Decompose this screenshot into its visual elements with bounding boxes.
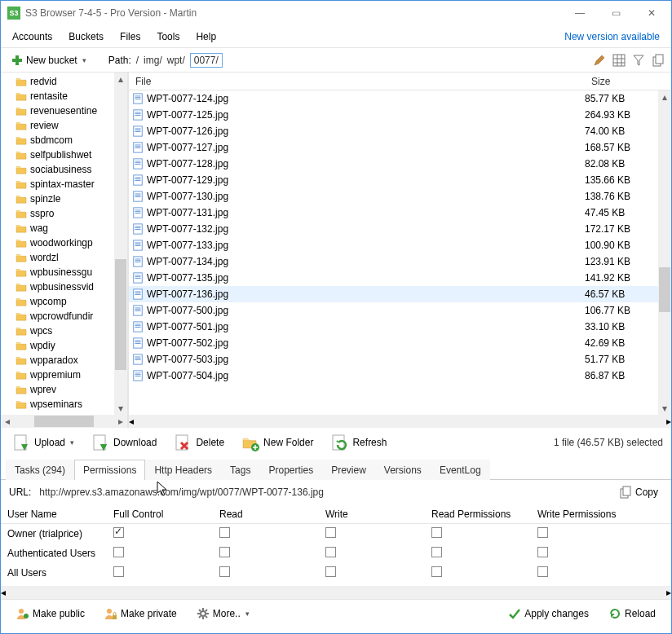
sidebar-item[interactable]: wppremium	[1, 368, 114, 382]
refresh-button[interactable]: Refresh	[322, 430, 394, 455]
col-header-write[interactable]: Write	[319, 509, 425, 520]
path-segment[interactable]: /	[136, 55, 139, 66]
sidebar-vscrollbar[interactable]: ▴ ▾	[114, 73, 127, 415]
file-row[interactable]: WPT-0077-136.jpg46.57 KB	[129, 286, 658, 302]
sidebar-item[interactable]: wpparadox	[1, 353, 114, 368]
col-header-read-permissions[interactable]: Read Permissions	[425, 509, 531, 520]
scroll-right-icon[interactable]: ▸	[666, 416, 671, 427]
scroll-left-icon[interactable]: ◂	[129, 416, 134, 427]
scroll-left-icon[interactable]: ◂	[1, 587, 6, 598]
scroll-down-icon[interactable]: ▾	[658, 402, 671, 415]
sidebar-item[interactable]: sociabusiness	[1, 162, 114, 177]
tab-http-headers[interactable]: Http Headers	[145, 460, 221, 480]
file-row[interactable]: WPT-0077-133.jpg100.90 KB	[129, 237, 658, 253]
path-segment[interactable]: img/	[144, 55, 162, 66]
menu-accounts[interactable]: Accounts	[4, 28, 60, 46]
scroll-right-icon[interactable]: ▸	[114, 415, 127, 428]
copy-path-icon[interactable]	[650, 52, 666, 68]
make-public-button[interactable]: Make public	[9, 605, 92, 623]
filelist-vscrollbar[interactable]: ▴ ▾	[658, 90, 671, 415]
sidebar-item[interactable]: rentasite	[1, 89, 114, 103]
path-segment[interactable]: wpt/	[167, 55, 185, 66]
checkbox[interactable]	[219, 547, 230, 557]
copy-url-button[interactable]: Copy	[614, 484, 663, 500]
menu-files[interactable]: Files	[112, 28, 148, 46]
sidebar-item[interactable]: wpbusinessvid	[1, 280, 114, 294]
checkbox[interactable]	[113, 527, 124, 538]
file-row[interactable]: WPT-0077-501.jpg33.10 KB	[129, 319, 658, 335]
sidebar-item[interactable]: wpcs	[1, 324, 114, 338]
file-row[interactable]: WPT-0077-128.jpg82.08 KB	[129, 156, 658, 172]
checkbox[interactable]	[113, 547, 124, 557]
scroll-left-icon[interactable]: ◂	[1, 415, 14, 428]
sidebar-item[interactable]: wpseminars	[1, 397, 114, 412]
checkbox[interactable]	[537, 527, 548, 538]
menu-help[interactable]: Help	[188, 28, 224, 46]
sidebar-item[interactable]: wordzl	[1, 250, 114, 265]
checkbox[interactable]	[325, 527, 336, 538]
sidebar-item[interactable]: wpdiy	[1, 338, 114, 353]
file-row[interactable]: WPT-0077-132.jpg172.17 KB	[129, 221, 658, 237]
sidebar-item[interactable]: wag	[1, 221, 114, 236]
file-row[interactable]: WPT-0077-124.jpg85.77 KB	[129, 90, 658, 107]
tab-versions[interactable]: Versions	[375, 460, 431, 480]
file-row[interactable]: WPT-0077-126.jpg74.00 KB	[129, 123, 658, 139]
checkbox[interactable]	[325, 566, 336, 577]
checkbox[interactable]	[113, 566, 124, 577]
col-header-username[interactable]: User Name	[1, 509, 107, 520]
checkbox[interactable]	[431, 566, 442, 577]
tab-preview[interactable]: Preview	[322, 460, 375, 480]
file-row[interactable]: WPT-0077-503.jpg51.77 KB	[129, 351, 658, 368]
filelist-hscrollbar[interactable]: ◂ ▸	[129, 415, 671, 428]
checkbox[interactable]	[537, 547, 548, 557]
column-header-size[interactable]: Size	[585, 76, 658, 87]
scroll-up-icon[interactable]: ▴	[114, 73, 127, 86]
sidebar-item[interactable]: redvid	[1, 74, 114, 89]
download-button[interactable]: Download	[83, 430, 164, 455]
new-folder-button[interactable]: New Folder	[233, 430, 321, 455]
delete-button[interactable]: Delete	[166, 430, 232, 455]
sidebar-hscrollbar[interactable]: ◂ ▸	[1, 415, 127, 428]
tab-eventlog[interactable]: EventLog	[431, 460, 490, 480]
sidebar-item[interactable]: spintax-master	[1, 177, 114, 192]
filter-icon[interactable]	[630, 52, 647, 68]
checkbox[interactable]	[431, 527, 442, 538]
file-row[interactable]: WPT-0077-130.jpg138.76 KB	[129, 188, 658, 205]
minimize-button[interactable]: —	[562, 2, 598, 24]
checkbox[interactable]	[431, 547, 442, 557]
col-header-write-permissions[interactable]: Write Permissions	[531, 509, 637, 520]
sidebar-item[interactable]: sspro	[1, 206, 114, 221]
upload-button[interactable]: Upload ▾	[4, 430, 82, 455]
permissions-hscrollbar[interactable]: ◂ ▸	[1, 586, 671, 599]
more-button[interactable]: More.. ▾	[189, 605, 257, 623]
tab-properties[interactable]: Properties	[259, 460, 322, 480]
checkbox[interactable]	[219, 566, 230, 577]
checkbox[interactable]	[219, 527, 230, 538]
path-segment[interactable]: 0077/	[190, 53, 223, 68]
file-row[interactable]: WPT-0077-504.jpg86.87 KB	[129, 368, 658, 384]
sidebar-item[interactable]: wprev	[1, 382, 114, 397]
file-row[interactable]: WPT-0077-129.jpg135.66 KB	[129, 172, 658, 188]
col-header-fullcontrol[interactable]: Full Control	[107, 509, 213, 520]
file-row[interactable]: WPT-0077-134.jpg123.91 KB	[129, 253, 658, 270]
sidebar-item[interactable]: spinzle	[1, 192, 114, 206]
sidebar-item[interactable]: selfpublishwet	[1, 147, 114, 162]
maximize-button[interactable]: ▭	[598, 2, 634, 24]
tab-tasks-[interactable]: Tasks (294)	[6, 460, 74, 480]
sidebar-item[interactable]: wpcomp	[1, 294, 114, 309]
new-version-link[interactable]: New version available	[564, 31, 668, 42]
file-row[interactable]: WPT-0077-125.jpg264.93 KB	[129, 107, 658, 123]
apply-changes-button[interactable]: Apply changes	[501, 605, 596, 623]
scroll-up-icon[interactable]: ▴	[658, 90, 671, 103]
col-header-read[interactable]: Read	[213, 509, 319, 520]
sidebar-item[interactable]: sbdmcom	[1, 133, 114, 147]
attributes-icon[interactable]	[611, 52, 627, 68]
tab-tags[interactable]: Tags	[221, 460, 259, 480]
sidebar-item[interactable]: wpcrowdfundir	[1, 309, 114, 324]
file-rows[interactable]: WPT-0077-124.jpg85.77 KBWPT-0077-125.jpg…	[129, 90, 658, 415]
bucket-tree[interactable]: redvidrentasiterevenuesentinereviewsbdmc…	[1, 73, 114, 415]
url-input[interactable]	[38, 486, 608, 499]
column-header-file[interactable]: File	[129, 76, 585, 87]
scroll-down-icon[interactable]: ▾	[114, 402, 127, 415]
edit-icon[interactable]	[591, 52, 608, 68]
